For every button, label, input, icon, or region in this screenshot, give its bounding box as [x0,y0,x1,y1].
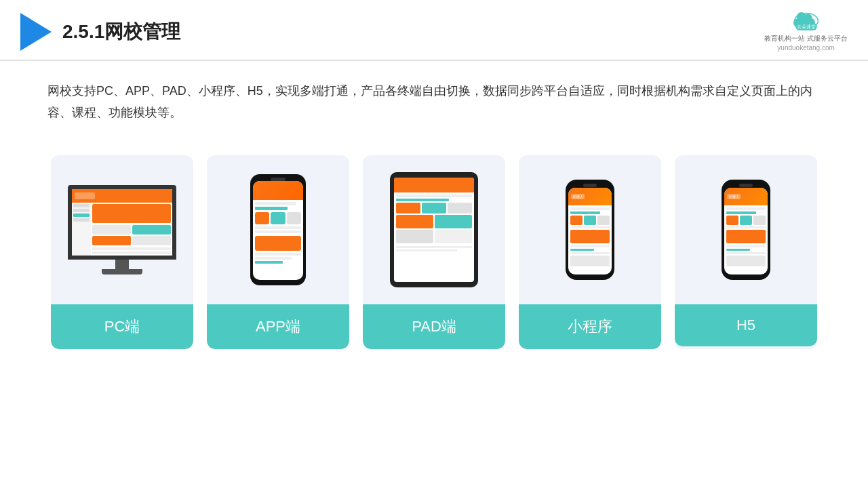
h5-screen: 职通人 [724,188,768,274]
card-miniprogram-label: 小程序 [519,304,661,349]
app-screen [253,181,303,280]
card-h5: 职通人 [675,155,817,349]
card-pad-image [363,155,505,304]
brand-url: yunduoketang.com [777,44,835,52]
card-h5-image: 职通人 [675,155,817,304]
logo-triangle-icon [20,13,52,51]
tablet-screen [394,178,474,282]
card-pc-label: PC端 [51,304,193,349]
miniprogram-mockup: 职通人 [566,180,614,280]
brand-area: 云朵课堂 教育机构一站 式服务云平台 yunduoketang.com [764,12,848,52]
card-pad-label: PAD端 [363,304,505,349]
app-mockup [250,174,306,285]
h5-mockup: 职通人 [722,180,770,280]
tablet-mockup [390,172,478,287]
miniprogram-screen: 职通人 [568,188,612,274]
cloud-icon: 云朵课堂 [790,12,823,33]
cards-container: PC端 [0,135,868,369]
card-miniprogram-image: 职通人 [519,155,661,304]
card-pc-image [51,155,193,304]
page-title: 2.5.1网校管理 [62,19,180,45]
app-notch [271,178,285,181]
h5-notch [739,184,753,187]
card-h5-label: H5 [675,304,817,346]
pc-mockup [68,185,176,274]
header: 2.5.1网校管理 云朵课堂 教育机构一站 式服务云平台 yunduoketan… [0,0,868,61]
brand-tagline: 教育机构一站 式服务云平台 [764,34,848,43]
header-left: 2.5.1网校管理 [20,13,180,51]
svg-text:云朵课堂: 云朵课堂 [797,24,816,30]
miniprogram-notch [583,184,597,187]
card-pad: PAD端 [363,155,505,349]
pc-screen [68,185,176,260]
brand-logo: 云朵课堂 [790,12,823,33]
card-app-label: APP端 [207,304,349,349]
card-pc: PC端 [51,155,193,349]
card-app-image [207,155,349,304]
card-miniprogram: 职通人 [519,155,661,349]
card-app: APP端 [207,155,349,349]
description-text: 网校支持PC、APP、PAD、小程序、H5，实现多端打通，产品各终端自由切换，数… [0,61,868,135]
